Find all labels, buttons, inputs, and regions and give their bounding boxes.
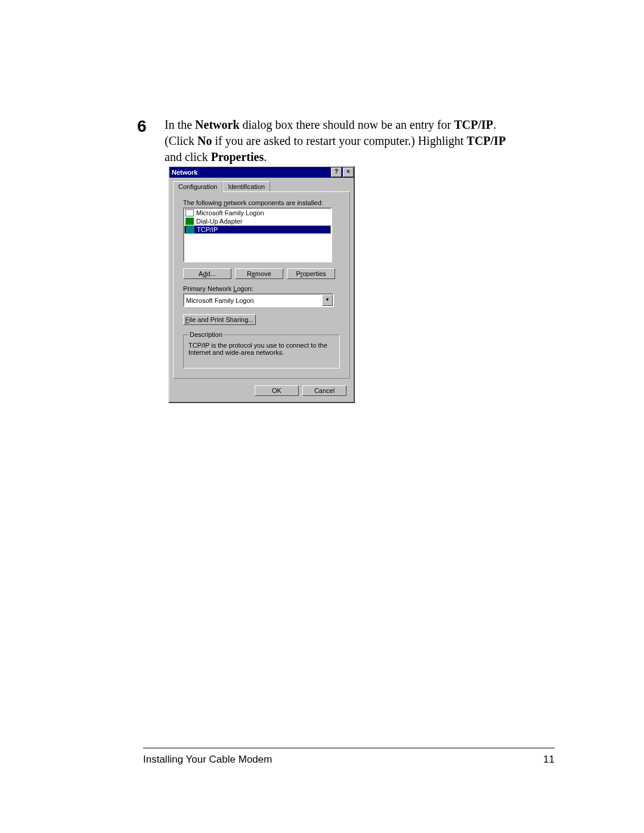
text: R (247, 270, 252, 277)
text: move (255, 270, 271, 277)
list-item[interactable]: Dial-Up Adapter (184, 217, 331, 225)
client-icon (185, 209, 194, 216)
bold-properties: Properties (211, 150, 264, 163)
text: etwork components are installed: (227, 199, 323, 206)
dialog-footer: OK Cancel (169, 383, 354, 402)
cancel-button[interactable]: Cancel (302, 385, 346, 396)
close-button[interactable]: × (343, 168, 354, 177)
component-buttons: Add... Remove Properties (183, 268, 340, 279)
description-legend: Description (188, 331, 224, 338)
tab-identification[interactable]: Identification (222, 181, 270, 191)
primary-logon-label: Primary Network Logon: (183, 285, 340, 292)
step-instruction: In the Network dialog box there should n… (165, 117, 507, 165)
properties-button[interactable]: Properties (287, 268, 335, 279)
footer-rule (143, 748, 555, 748)
text: and click (165, 150, 211, 163)
bold-tcpip: TCP/IP (454, 118, 493, 131)
list-item[interactable]: Microsoft Family Logon (184, 209, 331, 217)
file-print-sharing-button[interactable]: File and Print Sharing... (183, 314, 256, 325)
list-item-label: TCP/IP (197, 226, 218, 233)
remove-button[interactable]: Remove (235, 268, 283, 279)
bold-network: Network (195, 118, 239, 131)
text: dialog box there should now be an entry … (240, 118, 454, 131)
list-item-label: Dial-Up Adapter (196, 218, 243, 225)
dialog-title: Network (172, 169, 197, 176)
tabs: ConfigurationIdentification (169, 178, 354, 192)
list-item-selected[interactable]: TCP/IP (184, 225, 331, 234)
titlebar-buttons: ? × (330, 168, 354, 177)
text: ile and Print Sharing... (189, 316, 253, 323)
list-item-label: Microsoft Family Logon (196, 209, 264, 216)
adapter-icon (185, 218, 194, 225)
text: operties (302, 270, 326, 277)
description-groupbox: Description TCP/IP is the protocol you u… (183, 331, 340, 368)
protocol-icon (186, 226, 194, 233)
text: In the (165, 118, 195, 131)
page-number: 11 (543, 754, 555, 766)
step-number: 6 (137, 117, 147, 136)
help-button[interactable]: ? (331, 168, 342, 177)
bold-no: No (197, 134, 212, 147)
ok-button[interactable]: OK (255, 385, 299, 396)
description-text: TCP/IP is the protocol you use to connec… (188, 342, 335, 356)
step-block: 6 In the Network dialog box there should… (149, 117, 507, 165)
tab-configuration[interactable]: Configuration (173, 181, 222, 192)
bold-tcpip2: TCP/IP (467, 134, 506, 147)
manual-page: 6 In the Network dialog box there should… (0, 0, 644, 833)
components-listbox[interactable]: Microsoft Family Logon Dial-Up Adapter T… (183, 208, 332, 262)
titlebar[interactable]: Network ? × (169, 167, 354, 178)
file-print-sharing-row: File and Print Sharing... (183, 314, 340, 325)
text: The following (183, 199, 224, 206)
text: Primary Network (183, 285, 233, 292)
add-button[interactable]: Add... (183, 268, 231, 279)
network-dialog: Network ? × ConfigurationIdentification … (168, 166, 355, 403)
text: P (296, 270, 300, 277)
select-value: Microsoft Family Logon (186, 297, 254, 304)
text: ogon: (237, 285, 253, 292)
text: if you are asked to restart your compute… (212, 134, 466, 147)
primary-logon-select[interactable]: Microsoft Family Logon ▼ (183, 293, 334, 307)
footer-title: Installing Your Cable Modem (143, 754, 272, 766)
components-label: The following network components are ins… (183, 199, 340, 206)
text: . (264, 150, 267, 163)
chevron-down-icon[interactable]: ▼ (322, 295, 333, 306)
text: d... (207, 270, 216, 277)
tab-panel-configuration: The following network components are ins… (173, 191, 350, 379)
